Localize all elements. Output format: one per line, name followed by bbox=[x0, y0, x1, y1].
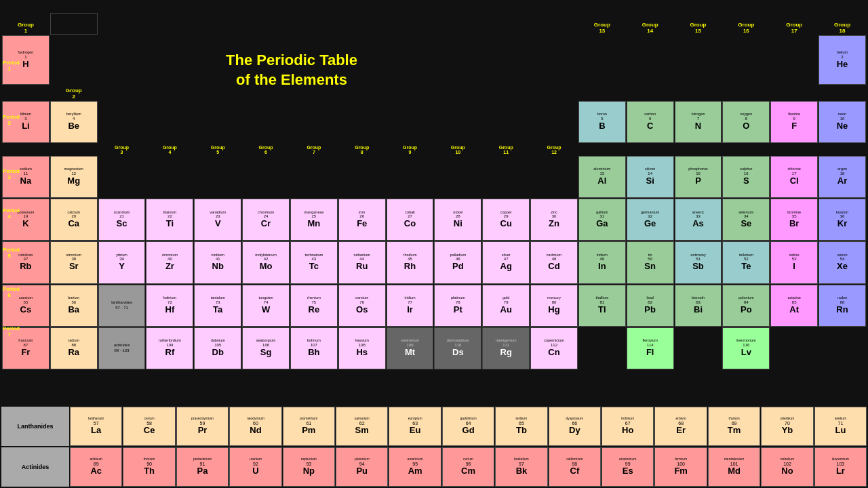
element-Pr[interactable]: praseodymium59Pr bbox=[176, 407, 229, 446]
element-Hf[interactable]: hafnium72Hf bbox=[146, 285, 193, 327]
element-Gd[interactable]: gadolinium64Gd bbox=[442, 407, 494, 446]
element-In[interactable]: indium49In bbox=[578, 241, 626, 283]
element-Ti[interactable]: titanium22Ti bbox=[146, 199, 193, 241]
element-Hg[interactable]: mercury80Hg bbox=[530, 285, 578, 327]
element-O[interactable]: oxygen8O bbox=[722, 101, 770, 143]
element-Ge[interactable]: germanium32Ge bbox=[627, 199, 674, 241]
element-Lr[interactable]: lawrencium103Lr bbox=[814, 447, 867, 487]
element-Cf[interactable]: californium98Cf bbox=[549, 447, 601, 487]
element-Sg[interactable]: seaborgium106Sg bbox=[242, 327, 290, 369]
element-Al[interactable]: aluminium13Al bbox=[578, 156, 626, 198]
element-Rh[interactable]: rhodium45Rh bbox=[387, 241, 434, 283]
element-Be[interactable]: beryllium4Be bbox=[50, 101, 98, 143]
element-Ca[interactable]: calcium20Ca bbox=[50, 199, 98, 241]
element-Fe[interactable]: iron26Fe bbox=[338, 199, 386, 241]
element-Cn[interactable]: copernicium112Cn bbox=[530, 327, 578, 369]
element-Sc[interactable]: scandium21Sc bbox=[98, 199, 146, 241]
element-Lv[interactable]: livermorium116Lv bbox=[722, 327, 770, 369]
element-Ce[interactable]: cerium58Ce bbox=[123, 407, 175, 446]
element-Np[interactable]: neptunium93Np bbox=[283, 447, 335, 487]
element-P[interactable]: phosphorus15P bbox=[675, 156, 722, 198]
element-Pd[interactable]: palladium46Pd bbox=[434, 241, 481, 283]
element-Tc[interactable]: technetium43Tc bbox=[290, 241, 338, 283]
element-Cd[interactable]: cadmium48Cd bbox=[530, 241, 578, 283]
element-Nb[interactable]: niobium41Nb bbox=[194, 241, 241, 283]
element-Ho[interactable]: holmium67Ho bbox=[601, 407, 654, 446]
element-Ni[interactable]: nickel28Ni bbox=[434, 199, 481, 241]
element-Lu[interactable]: lutetium71Lu bbox=[814, 407, 867, 446]
element-V[interactable]: vanadium23V bbox=[194, 199, 241, 241]
element-Mg[interactable]: magnesium12Mg bbox=[50, 156, 98, 198]
element-Eu[interactable]: europium63Eu bbox=[389, 407, 441, 446]
element-Ba[interactable]: barium56Ba bbox=[50, 285, 98, 327]
element-Pt[interactable]: platinum78Pt bbox=[434, 285, 481, 327]
element-Ru[interactable]: ruthenium44Ru bbox=[338, 241, 386, 283]
element-Br[interactable]: bromine35Br bbox=[770, 199, 818, 241]
element-Tb[interactable]: terbium65Tb bbox=[495, 407, 547, 446]
element-Ar[interactable]: argon18Ar bbox=[818, 156, 866, 198]
element-Cu[interactable]: copper29Cu bbox=[482, 199, 530, 241]
element-Rn[interactable]: radon86Rn bbox=[818, 285, 866, 327]
element-Er[interactable]: erbium68Er bbox=[654, 407, 707, 446]
element-Co[interactable]: cobalt27Co bbox=[387, 199, 434, 241]
element-Cr[interactable]: chromium24Cr bbox=[242, 199, 290, 241]
element-Cm[interactable]: curium96Cm bbox=[442, 447, 494, 487]
element-La[interactable]: lanthanum57La bbox=[70, 407, 122, 446]
element-Ra[interactable]: radium88Ra bbox=[50, 327, 98, 369]
element-Sb[interactable]: antimony51Sb bbox=[675, 241, 722, 283]
element-Se[interactable]: selenium34Se bbox=[722, 199, 770, 241]
element-Mt[interactable]: meitnerium109Mt bbox=[387, 327, 434, 369]
element-Bh[interactable]: bohrium107Bh bbox=[290, 327, 338, 369]
element-Es[interactable]: einsteinium99Es bbox=[601, 447, 654, 487]
element-Fl[interactable]: flerovium114Fl bbox=[627, 327, 674, 369]
element-Bk[interactable]: berkelium97Bk bbox=[495, 447, 547, 487]
element-Sm[interactable]: samarium62Sm bbox=[336, 407, 388, 446]
element-He[interactable]: helium2He bbox=[818, 35, 866, 85]
element-Db[interactable]: dubnium105Db bbox=[194, 327, 241, 369]
element-Zn[interactable]: zinc30Zn bbox=[530, 199, 578, 241]
element-Ga[interactable]: gallium31Ga bbox=[578, 199, 626, 241]
element-Ir[interactable]: iridium77Ir bbox=[387, 285, 434, 327]
element-Sn[interactable]: tin50Sn bbox=[627, 241, 674, 283]
element-As[interactable]: arsenic33As bbox=[675, 199, 722, 241]
element-Bi[interactable]: bismuth83Bi bbox=[675, 285, 722, 327]
element-Zr[interactable]: zirconium40Zr bbox=[146, 241, 193, 283]
element-Pm[interactable]: promethium61Pm bbox=[283, 407, 335, 446]
element-I[interactable]: iodine53I bbox=[770, 241, 818, 283]
element-Md[interactable]: mendelevium101Md bbox=[708, 447, 760, 487]
element-Yb[interactable]: ytterbium70Yb bbox=[761, 407, 813, 446]
element-Si[interactable]: silicon14Si bbox=[627, 156, 674, 198]
element-Tm[interactable]: thulium69Tm bbox=[708, 407, 760, 446]
element-K[interactable]: potassium19K bbox=[2, 199, 50, 241]
element-Nd[interactable]: neodymium60Nd bbox=[229, 407, 281, 446]
element-At[interactable]: astatine85At bbox=[770, 285, 818, 327]
element-Sr[interactable]: strontium38Sr bbox=[50, 241, 98, 283]
element-Dy[interactable]: dysprosium66Dy bbox=[549, 407, 601, 446]
element-Hs[interactable]: hassium108Hs bbox=[338, 327, 386, 369]
element-Kr[interactable]: krypton36Kr bbox=[818, 199, 866, 241]
element-Au[interactable]: gold79Au bbox=[482, 285, 530, 327]
element-S[interactable]: sulphur16S bbox=[722, 156, 770, 198]
element-Pu[interactable]: plutonium94Pu bbox=[336, 447, 388, 487]
element-Xe[interactable]: xenon54Xe bbox=[818, 241, 866, 283]
element-Ag[interactable]: silver47Ag bbox=[482, 241, 530, 283]
element-Fm[interactable]: fermium100Fm bbox=[654, 447, 707, 487]
element-Re[interactable]: rhenium75Re bbox=[290, 285, 338, 327]
element-Rg[interactable]: roentgenium111Rg bbox=[482, 327, 530, 369]
element-Am[interactable]: americium95Am bbox=[389, 447, 441, 487]
element-Ac[interactable]: actinium89Ac bbox=[70, 447, 122, 487]
element-Ne[interactable]: neon10Ne bbox=[818, 101, 866, 143]
element-Cl[interactable]: chlorine17Cl bbox=[770, 156, 818, 198]
element-Y[interactable]: yttrium39Y bbox=[98, 241, 146, 283]
element-C[interactable]: carbon6C bbox=[627, 101, 674, 143]
element-Ds[interactable]: darmstadtium110Ds bbox=[434, 327, 481, 369]
element-U[interactable]: uranium92U bbox=[229, 447, 281, 487]
element-Mo[interactable]: molybdenum42Mo bbox=[242, 241, 290, 283]
element-Te[interactable]: tellurium52Te bbox=[722, 241, 770, 283]
element-F[interactable]: fluorine9F bbox=[770, 101, 818, 143]
element-Ta[interactable]: tantalum73Ta bbox=[194, 285, 241, 327]
element-Po[interactable]: polonium84Po bbox=[722, 285, 770, 327]
element-Mn[interactable]: manganese25Mn bbox=[290, 199, 338, 241]
element-Pa[interactable]: protactinium91Pa bbox=[176, 447, 229, 487]
element-B[interactable]: boron5B bbox=[578, 101, 626, 143]
